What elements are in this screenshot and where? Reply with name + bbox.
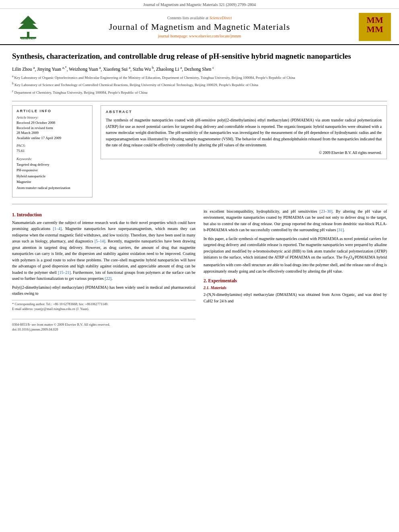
journal-homepage: journal homepage: www.elsevier.com/locat… — [56, 34, 343, 38]
history-label: Article history: — [16, 115, 88, 119]
ref-22: [22] — [105, 276, 112, 281]
revised-date: 28 March 2009 — [16, 130, 88, 136]
pacs-label: PACS: — [16, 144, 88, 148]
svg-text:MM: MM — [366, 24, 383, 34]
affiliation-c: c Department of Chemistry, Tsinghua Univ… — [12, 89, 387, 96]
keyword-5: Atom transfer radical polymerization — [16, 185, 88, 191]
article-info-label: ARTICLE INFO — [16, 109, 88, 113]
intro-paragraph-1: Nanomaterials are currently the subject … — [12, 220, 195, 282]
journal-header: ELSEVIER Contents lists available at Sci… — [0, 9, 399, 45]
page-wrapper: Journal of Magnetism and Magnetic Materi… — [0, 0, 399, 340]
contents-available-line: Contents lists available at ScienceDirec… — [56, 16, 343, 20]
article-info-box: ARTICLE INFO Article history: Received 2… — [12, 105, 93, 197]
ref-23-30: [23–30] — [320, 209, 333, 214]
ref-31: [31] — [337, 228, 344, 232]
intro-paragraph-4: In this paper, a facile synthesis of mag… — [204, 236, 387, 274]
abstract-text: The synthesis of magnetite nanoparticles… — [106, 117, 382, 148]
authors-line: Lilin Zhou a, Jinying Yuan a,*, Weizhong… — [12, 66, 387, 72]
divider-2 — [12, 204, 387, 204]
section2-1-text: 2-(N,N-dimethylamino) ethyl methacrylate… — [204, 292, 387, 304]
footer-doi: doi:10.1016/j.jmmm.2009.04.020 — [12, 327, 195, 331]
section2-heading: 2. Experimentals — [204, 278, 387, 283]
abstract-copyright: © 2009 Elsevier B.V. All rights reserved… — [106, 151, 382, 155]
info-abstract-row: ARTICLE INFO Article history: Received 2… — [12, 105, 387, 197]
svg-text:MM: MM — [366, 15, 383, 25]
corresponding-tel: * Corresponding author. Tel.: +86 10 627… — [12, 302, 195, 306]
journal-reference-bar: Journal of Magnetism and Magnetic Materi… — [0, 0, 399, 9]
intro-paragraph-2: Poly((2-dimethylamino) ethyl methacrylat… — [12, 284, 195, 297]
corresponding-author-note: * Corresponding author. Tel.: +86 10 627… — [12, 300, 195, 311]
abstract-box: ABSTRACT The synthesis of magnetite nano… — [101, 105, 387, 159]
mm-logo-icon: MM MM — [359, 13, 391, 41]
affiliations: a Key Laboratory of Organic Optoelectron… — [12, 74, 387, 96]
revised-label: Received in revised form — [16, 125, 88, 131]
pacs-group: PACS: 75.61 — [16, 144, 88, 154]
mm-logo-area: MM MM — [347, 13, 391, 41]
divider-1 — [12, 101, 387, 101]
available-online: Available online 17 April 2009 — [16, 136, 88, 141]
keyword-4: Magnetite — [16, 179, 88, 185]
sciencedirect-link[interactable]: ScienceDirect — [210, 16, 232, 20]
ref-5-14: [5–14] — [95, 239, 105, 243]
corresponding-email: E-mail address: yuanjy@mail.tsinghua.edu… — [12, 307, 195, 311]
keyword-2: PH-responsive — [16, 167, 88, 173]
body-content-row: 1. Introduction Nanomaterials are curren… — [12, 208, 387, 332]
journal-title-area: Contents lists available at ScienceDirec… — [52, 16, 347, 38]
abstract-label: ABSTRACT — [106, 110, 382, 114]
journal-reference: Journal of Magnetism and Magnetic Materi… — [143, 2, 255, 7]
intro-paragraph-3: its excellent biocompatibility, hydrophi… — [204, 208, 387, 233]
elsevier-logo-icon: ELSEVIER — [8, 14, 48, 40]
keyword-3: Hybrid nanoparticle — [16, 173, 88, 179]
affiliation-b: b Key Laboratory of Science and Technolo… — [12, 81, 387, 88]
ref-1-4: [1–4] — [53, 226, 62, 231]
pacs-value: 75.61 — [16, 148, 88, 154]
keyword-1: Targeted drug delivery — [16, 162, 88, 167]
section2-1-heading: 2.1. Materials — [204, 286, 387, 290]
homepage-url[interactable]: www.elsevier.com/locate/jmmm — [189, 34, 241, 38]
body-right-column: its excellent biocompatibility, hydrophi… — [204, 208, 387, 332]
svg-text:ELSEVIER: ELSEVIER — [21, 37, 35, 40]
affiliation-a: a Key Laboratory of Organic Optoelectron… — [12, 74, 387, 81]
history-group: Article history: Received 29 October 200… — [16, 115, 88, 140]
page-footer: 0304-8853/$- see front matter © 2009 Els… — [12, 319, 195, 331]
body-left-column: 1. Introduction Nanomaterials are curren… — [12, 208, 195, 332]
journal-title: Journal of Magnetism and Magnetic Materi… — [56, 22, 343, 32]
received-date: Received 29 October 2008 — [16, 120, 88, 125]
svg-marker-2 — [18, 20, 38, 29]
keywords-group: Keywords: Targeted drug delivery PH-resp… — [16, 157, 88, 191]
section1-heading: 1. Introduction — [12, 212, 195, 217]
ref-15-21: [15–21] — [58, 270, 71, 275]
keywords-label: Keywords: — [16, 157, 88, 161]
article-body: Synthesis, characterization, and control… — [0, 45, 399, 340]
footer-issn: 0304-8853/$- see front matter © 2009 Els… — [12, 322, 195, 327]
elsevier-logo-area: ELSEVIER — [8, 14, 52, 41]
abstract-column: ABSTRACT The synthesis of magnetite nano… — [101, 105, 387, 197]
article-info-column: ARTICLE INFO Article history: Received 2… — [12, 105, 93, 197]
article-title: Synthesis, characterization, and control… — [12, 51, 387, 62]
